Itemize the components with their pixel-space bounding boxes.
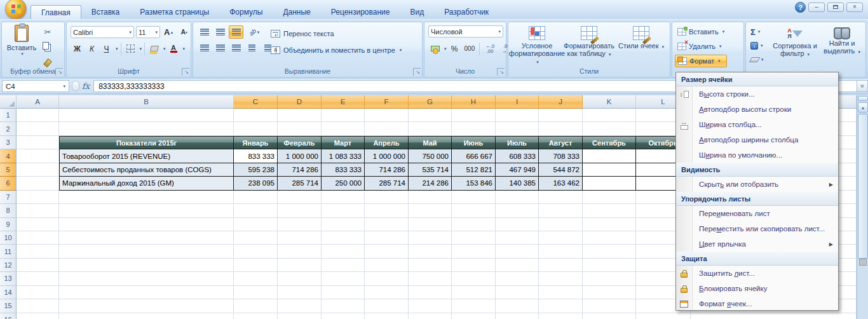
grid-cell[interactable] bbox=[452, 259, 496, 272]
grid-cell[interactable] bbox=[409, 231, 452, 245]
table-data-cell[interactable]: 544 872 bbox=[539, 163, 583, 177]
grid-cell[interactable] bbox=[583, 109, 636, 122]
number-format-combo[interactable]: Числовой ▾ bbox=[428, 25, 503, 37]
table-data-cell[interactable]: 214 286 bbox=[409, 177, 452, 190]
align-top-button[interactable] bbox=[197, 25, 212, 39]
grid-cell[interactable] bbox=[59, 109, 234, 122]
grid-cell[interactable] bbox=[409, 204, 452, 217]
table-data-cell[interactable]: 833 333 bbox=[322, 163, 365, 177]
grid-cell[interactable] bbox=[278, 299, 322, 313]
grid-cell[interactable] bbox=[17, 245, 59, 258]
grid-cell[interactable] bbox=[365, 286, 409, 299]
menu-item-ширина-столбца-[interactable]: ↔Ширина столбца... bbox=[676, 117, 838, 132]
scrollbar-thumb[interactable] bbox=[858, 114, 868, 259]
grid-cell[interactable] bbox=[59, 231, 234, 245]
grid-cell[interactable] bbox=[583, 245, 636, 258]
grid-cell[interactable] bbox=[365, 245, 409, 258]
name-box[interactable]: C4 ▾ bbox=[2, 80, 69, 92]
grid-cell[interactable] bbox=[496, 231, 539, 245]
split-handle[interactable] bbox=[858, 96, 868, 101]
grid-cell[interactable] bbox=[583, 122, 636, 135]
row-header-12[interactable]: 12 bbox=[0, 259, 17, 272]
conditional-formatting-button[interactable]: Условное форматирование ▾ bbox=[511, 25, 563, 68]
increase-decimal-button[interactable]: ←,0 ,00 bbox=[482, 42, 498, 55]
align-center-button[interactable] bbox=[213, 41, 227, 55]
table-data-cell[interactable]: 512 821 bbox=[452, 163, 496, 177]
currency-button[interactable] bbox=[428, 42, 442, 55]
grid-cell[interactable] bbox=[409, 218, 452, 231]
grid-cell[interactable] bbox=[17, 313, 59, 319]
clipboard-dialog-launcher[interactable]: ↘ bbox=[55, 68, 63, 76]
grid-cell[interactable] bbox=[278, 286, 322, 299]
table-header-month[interactable]: Апрель bbox=[365, 136, 409, 149]
grid-cell[interactable] bbox=[539, 313, 583, 319]
align-right-button[interactable] bbox=[229, 41, 243, 55]
grid-cell[interactable] bbox=[409, 109, 452, 122]
grid-cell[interactable] bbox=[452, 286, 496, 299]
align-middle-button[interactable] bbox=[213, 25, 227, 39]
grid-cell[interactable] bbox=[322, 218, 365, 231]
grid-cell[interactable] bbox=[496, 218, 539, 231]
font-size-combo[interactable]: 11 ▾ bbox=[136, 26, 160, 38]
menu-item-ширина-по-умолчанию-[interactable]: Ширина по умолчанию... bbox=[676, 147, 838, 163]
grid-cell[interactable] bbox=[17, 299, 59, 313]
grid-cell[interactable] bbox=[583, 299, 636, 313]
select-all-corner[interactable] bbox=[0, 95, 17, 109]
column-header-H[interactable]: H bbox=[452, 95, 496, 109]
grid-cell[interactable] bbox=[365, 231, 409, 245]
grid-cell[interactable] bbox=[59, 272, 234, 285]
row-header-4[interactable]: 4 bbox=[0, 149, 17, 163]
grid-cell[interactable] bbox=[452, 109, 496, 122]
grid-cell[interactable] bbox=[409, 313, 452, 319]
tab-7[interactable]: Разработчик bbox=[434, 5, 499, 19]
grid-cell[interactable] bbox=[496, 286, 539, 299]
grid-cell[interactable] bbox=[59, 259, 234, 272]
menu-item-цвет-ярлычка[interactable]: Цвет ярлычка▶ bbox=[676, 236, 838, 252]
grid-cell[interactable] bbox=[59, 204, 234, 217]
grid-cell[interactable] bbox=[365, 299, 409, 313]
grid-cell[interactable] bbox=[322, 191, 365, 204]
grid-cell[interactable] bbox=[409, 272, 452, 285]
table-empty-cell[interactable] bbox=[583, 149, 636, 163]
grid-cell[interactable] bbox=[539, 204, 583, 217]
grid-cell[interactable] bbox=[539, 299, 583, 313]
tab-6[interactable]: Вид bbox=[400, 5, 434, 19]
grid-cell[interactable] bbox=[234, 245, 278, 258]
insert-function-icon[interactable]: fx bbox=[82, 81, 90, 91]
grid-cell[interactable] bbox=[409, 299, 452, 313]
grid-cell[interactable] bbox=[539, 122, 583, 135]
table-data-cell[interactable]: 140 385 bbox=[496, 177, 539, 190]
table-header-month[interactable]: Июнь bbox=[452, 136, 496, 149]
row-header-9[interactable]: 9 bbox=[0, 218, 17, 231]
table-header-month[interactable]: Январь bbox=[234, 136, 278, 149]
grid-cell[interactable] bbox=[539, 245, 583, 258]
grid-cell[interactable] bbox=[583, 204, 636, 217]
table-data-cell[interactable]: 608 333 bbox=[496, 149, 539, 163]
row-header-11[interactable]: 11 bbox=[0, 245, 17, 258]
grid-cell[interactable] bbox=[365, 218, 409, 231]
borders-dropdown-arrow[interactable]: ▾ bbox=[140, 46, 142, 51]
paste-dropdown-arrow[interactable]: ▾ bbox=[21, 51, 24, 57]
table-header-month[interactable]: Февраль bbox=[278, 136, 322, 149]
grow-font-button[interactable]: A▲ bbox=[162, 25, 175, 39]
grid-cell[interactable] bbox=[365, 272, 409, 285]
grid-cell[interactable] bbox=[452, 122, 496, 135]
grid-cell[interactable] bbox=[17, 191, 59, 204]
grid-cell[interactable] bbox=[583, 313, 636, 319]
clear-button[interactable]: ▾ bbox=[749, 53, 768, 66]
grid-cell[interactable] bbox=[17, 259, 59, 272]
tab-1[interactable]: Вставка bbox=[81, 5, 130, 19]
grid-cell[interactable] bbox=[583, 286, 636, 299]
table-data-cell[interactable]: 714 286 bbox=[278, 163, 322, 177]
sort-filter-button[interactable]: АЯ Сортировка и фильтр ▾ bbox=[771, 25, 818, 58]
grid-cell[interactable] bbox=[17, 204, 59, 217]
grid-cell[interactable] bbox=[59, 245, 234, 258]
tab-3[interactable]: Формулы bbox=[219, 5, 273, 19]
currency-dropdown-arrow[interactable]: ▾ bbox=[444, 46, 447, 51]
row-header-1[interactable]: 1 bbox=[0, 109, 17, 122]
column-header-K[interactable]: K bbox=[583, 95, 636, 109]
table-data-cell[interactable]: 1 000 000 bbox=[278, 149, 322, 163]
grid-cell[interactable] bbox=[691, 313, 857, 319]
grid-cell[interactable] bbox=[17, 163, 59, 177]
grid-cell[interactable] bbox=[278, 245, 322, 258]
